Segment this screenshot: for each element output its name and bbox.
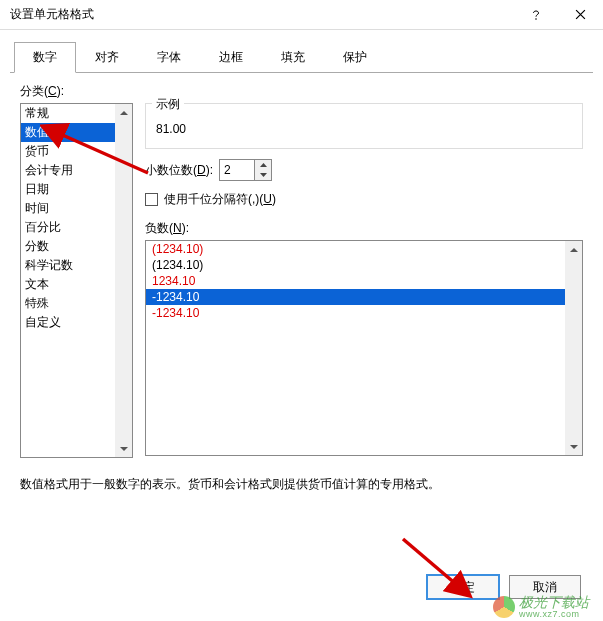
tab-panel-number: 分类(C): 常规 数值 货币 会计专用 日期 时间 百分比 分数 科学记数 文… (0, 73, 603, 493)
decimal-row: 小数位数(D): (145, 159, 583, 181)
example-legend: 示例 (152, 96, 184, 113)
window-title: 设置单元格格式 (10, 6, 513, 23)
decimal-input[interactable] (220, 160, 254, 180)
scrollbar-track[interactable] (565, 258, 582, 438)
spinner-down[interactable] (255, 170, 271, 180)
dialog-buttons: 确定 取消 (427, 575, 581, 599)
tab-alignment[interactable]: 对齐 (76, 42, 138, 73)
scrollbar-track[interactable] (115, 121, 132, 440)
tab-font[interactable]: 字体 (138, 42, 200, 73)
titlebar: 设置单元格格式 (0, 0, 603, 30)
chevron-down-icon (570, 443, 578, 451)
category-listbox[interactable]: 常规 数值 货币 会计专用 日期 时间 百分比 分数 科学记数 文本 特殊 自定… (20, 103, 133, 458)
chevron-up-icon (120, 109, 128, 117)
main-row: 常规 数值 货币 会计专用 日期 时间 百分比 分数 科学记数 文本 特殊 自定… (20, 103, 583, 458)
tab-label: 边框 (219, 50, 243, 64)
thousands-label[interactable]: 使用千位分隔符(,)(U) (164, 191, 276, 208)
tab-fill[interactable]: 填充 (262, 42, 324, 73)
description-text: 数值格式用于一般数字的表示。货币和会计格式则提供货币值计算的专用格式。 (20, 476, 583, 493)
thousands-checkbox[interactable] (145, 193, 158, 206)
example-value: 81.00 (156, 122, 572, 136)
thousands-row: 使用千位分隔符(,)(U) (145, 191, 583, 208)
category-label: 分类(C): (20, 83, 583, 100)
negatives-scrollbar[interactable] (565, 241, 582, 455)
close-icon (575, 9, 586, 20)
watermark-logo-icon (493, 596, 515, 618)
negatives-listbox[interactable]: (1234.10) (1234.10) 1234.10 -1234.10 -12… (145, 240, 583, 456)
tab-label: 保护 (343, 50, 367, 64)
chevron-up-icon (570, 246, 578, 254)
tab-label: 填充 (281, 50, 305, 64)
spinner-up[interactable] (255, 160, 271, 170)
ok-button[interactable]: 确定 (427, 575, 499, 599)
negatives-label: 负数(N): (145, 220, 583, 237)
tab-protection[interactable]: 保护 (324, 42, 386, 73)
tab-label: 数字 (33, 50, 57, 64)
scroll-up-button[interactable] (115, 104, 132, 121)
neg-option-0[interactable]: (1234.10) (146, 241, 582, 257)
example-box: 示例 81.00 (145, 103, 583, 149)
neg-option-2[interactable]: 1234.10 (146, 273, 582, 289)
tab-bar: 数字 对齐 字体 边框 填充 保护 (0, 42, 603, 73)
watermark-url: www.xz7.com (519, 609, 589, 619)
neg-option-4[interactable]: -1234.10 (146, 305, 582, 321)
help-icon (531, 10, 541, 20)
svg-point-0 (535, 18, 537, 20)
cancel-button[interactable]: 取消 (509, 575, 581, 599)
help-button[interactable] (513, 0, 558, 30)
tab-label: 对齐 (95, 50, 119, 64)
tab-number[interactable]: 数字 (14, 42, 76, 73)
category-scrollbar[interactable] (115, 104, 132, 457)
neg-option-3[interactable]: -1234.10 (146, 289, 582, 305)
spinner-buttons (254, 160, 271, 180)
scroll-down-button[interactable] (115, 440, 132, 457)
chevron-down-icon (120, 445, 128, 453)
scroll-up-button[interactable] (565, 241, 582, 258)
tab-label: 字体 (157, 50, 181, 64)
chevron-up-icon (260, 163, 267, 167)
neg-option-1[interactable]: (1234.10) (146, 257, 582, 273)
number-settings: 示例 81.00 小数位数(D): 使用千位分隔符(,)( (145, 103, 583, 458)
scroll-down-button[interactable] (565, 438, 582, 455)
close-button[interactable] (558, 0, 603, 30)
chevron-down-icon (260, 173, 267, 177)
decimal-spinner[interactable] (219, 159, 272, 181)
decimal-label: 小数位数(D): (145, 162, 213, 179)
tab-border[interactable]: 边框 (200, 42, 262, 73)
